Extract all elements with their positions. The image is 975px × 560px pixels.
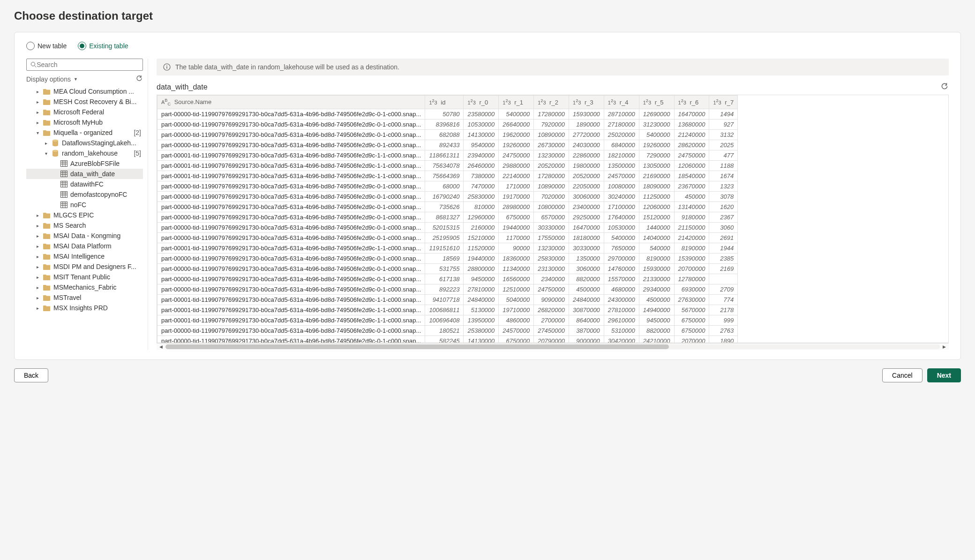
scroll-left-icon[interactable]: ◀: [159, 344, 163, 349]
tree-item-data-with-date[interactable]: data_with_date: [26, 169, 143, 179]
tree-item-dataflowsstaginglakeh[interactable]: ▸DataflowsStagingLakeh...: [26, 138, 143, 148]
caret-down-icon[interactable]: ▾: [35, 130, 40, 135]
caret-right-icon[interactable]: ▸: [35, 306, 40, 311]
tree-item-msai-intelligence[interactable]: ▸MSAI Intelligence: [26, 251, 143, 261]
table-row[interactable]: part-00000-tid-11990797699291730-b0ca7dd…: [158, 140, 738, 150]
caret-right-icon[interactable]: ▸: [35, 275, 40, 280]
tree-item-msmechanics-fabric[interactable]: ▸MSMechanics_Fabric: [26, 282, 143, 292]
table-row[interactable]: part-00000-tid-11990797699291730-b0ca7dd…: [158, 325, 738, 336]
data-table-container[interactable]: ABC Source.Name123 id123 r_0123 r_1123 r…: [157, 95, 949, 343]
tree-item-msai-data-kongming[interactable]: ▸MSAI Data - Kongming: [26, 231, 143, 241]
caret-right-icon[interactable]: ▸: [35, 110, 40, 115]
caret-right-icon[interactable]: ▸: [35, 233, 40, 239]
tree-item-msx-insights-prd[interactable]: ▸MSX Insights PRD: [26, 303, 143, 313]
cancel-button[interactable]: Cancel: [882, 368, 922, 382]
tree-item-azureblobfsfile[interactable]: AzureBlobFSFile: [26, 158, 143, 169]
column-header-r-0[interactable]: 123 r_0: [464, 96, 499, 109]
search-input[interactable]: [37, 61, 139, 68]
scrollbar-track[interactable]: [165, 344, 940, 349]
existing-table-radio[interactable]: Existing table: [78, 42, 128, 50]
table-row[interactable]: part-00000-tid-11990797699291730-b0ca7dd…: [158, 129, 738, 140]
tree-item-mesh-cost-recovery-bi[interactable]: ▸MESH Cost Recovery & Bi...: [26, 97, 143, 107]
caret-right-icon[interactable]: ▸: [35, 223, 40, 228]
tree-item-nofc[interactable]: noFC: [26, 200, 143, 210]
scrollbar-thumb[interactable]: [165, 344, 669, 349]
tree-item-microsoft-federal[interactable]: ▸Microsoft Federal: [26, 107, 143, 117]
table-row[interactable]: part-00000-tid-11990797699291730-b0ca7dd…: [158, 222, 738, 232]
table-row[interactable]: part-00000-tid-11990797699291730-b0ca7dd…: [158, 119, 738, 129]
table-row[interactable]: part-00000-tid-11990797699291730-b0ca7dd…: [158, 191, 738, 202]
table-icon: [60, 160, 68, 167]
tree-item-random-lakehouse[interactable]: ▾random_lakehouse[5]: [26, 148, 143, 158]
caret-right-icon[interactable]: ▸: [43, 141, 49, 146]
table-cell: part-00000-tid-11990797699291730-b0ca7dd…: [158, 263, 425, 274]
column-header-id[interactable]: 123 id: [425, 96, 464, 109]
table-cell: 16560000: [499, 274, 534, 284]
table-cell: 927: [709, 119, 738, 129]
tree-item-datawithfc[interactable]: datawithFC: [26, 179, 143, 189]
tree-item-msit-tenant-public[interactable]: ▸MSIT Tenant Public: [26, 272, 143, 282]
column-header-r-7[interactable]: 123 r_7: [709, 96, 738, 109]
table-row[interactable]: part-00000-tid-11990797699291730-b0ca7dd…: [158, 181, 738, 191]
column-header-r-2[interactable]: 123 r_2: [534, 96, 569, 109]
table-row[interactable]: part-00000-tid-11990797699291730-b0ca7dd…: [158, 202, 738, 212]
caret-right-icon[interactable]: ▸: [35, 254, 40, 259]
caret-down-icon[interactable]: ▾: [43, 151, 49, 156]
table-row[interactable]: part-00001-tid-11990797699291730-b0ca7dd…: [158, 243, 738, 253]
table-cell: 30330000: [534, 222, 569, 232]
back-button[interactable]: Back: [14, 368, 48, 382]
tree-item-miquella-organized[interactable]: ▾Miquella - organized[2]: [26, 127, 143, 138]
table-cell: 1440000: [639, 222, 674, 232]
column-header-r-6[interactable]: 123 r_6: [674, 96, 709, 109]
display-options-dropdown[interactable]: Display options ▼: [26, 75, 78, 83]
folder-icon: [43, 253, 51, 260]
table-row[interactable]: part-00000-tid-11990797699291730-b0ca7dd…: [158, 212, 738, 222]
tree-item-mea-cloud-consumption[interactable]: ▸MEA Cloud Consumption ...: [26, 86, 143, 97]
table-row[interactable]: part-00000-tid-11990797699291730-b0ca7dd…: [158, 232, 738, 243]
new-table-radio[interactable]: New table: [26, 42, 67, 50]
search-box[interactable]: [26, 59, 143, 71]
caret-right-icon[interactable]: ▸: [35, 89, 40, 94]
table-row[interactable]: part-00000-tid-11990797699291730-b0ca7dd…: [158, 263, 738, 274]
table-cell: part-00001-tid-11990797699291730-b0ca7dd…: [158, 243, 425, 253]
tree-item-label: noFC: [70, 201, 143, 209]
caret-right-icon[interactable]: ▸: [35, 99, 40, 105]
table-row[interactable]: part-00001-tid-11990797699291730-b0ca7dd…: [158, 294, 738, 305]
tree-item-microsoft-myhub[interactable]: ▸Microsoft MyHub: [26, 117, 143, 127]
tree-item-msai-data-platform[interactable]: ▸MSAI Data Platform: [26, 241, 143, 251]
caret-right-icon[interactable]: ▸: [35, 285, 40, 290]
table-row[interactable]: part-00000-tid-11990797699291730-b0ca7dd…: [158, 336, 738, 343]
table-row[interactable]: part-00000-tid-11990797699291730-b0ca7dd…: [158, 274, 738, 284]
tree-refresh-button[interactable]: [135, 75, 143, 83]
scroll-right-icon[interactable]: ▶: [943, 344, 946, 349]
table-row[interactable]: part-00001-tid-11990797699291730-b0ca7dd…: [158, 305, 738, 315]
navigator-tree[interactable]: ▸MEA Cloud Consumption ...▸MESH Cost Rec…: [26, 86, 143, 350]
caret-right-icon[interactable]: ▸: [35, 120, 40, 125]
caret-right-icon[interactable]: ▸: [35, 264, 40, 269]
table-row[interactable]: part-00001-tid-11990797699291730-b0ca7dd…: [158, 171, 738, 181]
tree-item-mstravel[interactable]: ▸MSTravel: [26, 292, 143, 303]
table-cell: 3060: [709, 222, 738, 232]
tree-item-demofastcopynofc[interactable]: demofastcopynoFC: [26, 189, 143, 200]
caret-right-icon[interactable]: ▸: [35, 244, 40, 249]
column-header-r-5[interactable]: 123 r_5: [639, 96, 674, 109]
tree-item-msdi-pm-and-designers-f[interactable]: ▸MSDI PM and Designers F...: [26, 261, 143, 272]
table-row[interactable]: part-00000-tid-11990797699291730-b0ca7dd…: [158, 253, 738, 263]
table-row[interactable]: part-00001-tid-11990797699291730-b0ca7dd…: [158, 315, 738, 325]
column-header-r-3[interactable]: 123 r_3: [569, 96, 604, 109]
tree-item-ms-search[interactable]: ▸MS Search: [26, 220, 143, 231]
caret-right-icon[interactable]: ▸: [35, 295, 40, 300]
table-row[interactable]: part-00001-tid-11990797699291730-b0ca7dd…: [158, 150, 738, 160]
next-button[interactable]: Next: [927, 368, 961, 382]
column-header-r-4[interactable]: 123 r_4: [604, 96, 639, 109]
column-header-source-name[interactable]: ABC Source.Name: [158, 96, 425, 109]
table-row[interactable]: part-00000-tid-11990797699291730-b0ca7dd…: [158, 284, 738, 294]
tree-item-mlgcs-epic[interactable]: ▸MLGCS EPIC: [26, 210, 143, 220]
table-row[interactable]: part-00000-tid-11990797699291730-b0ca7dd…: [158, 109, 738, 119]
table-refresh-button[interactable]: [940, 82, 949, 92]
svg-rect-26: [60, 202, 67, 208]
horizontal-scrollbar[interactable]: ◀ ▶: [157, 343, 949, 350]
column-header-r-1[interactable]: 123 r_1: [499, 96, 534, 109]
table-row[interactable]: part-00001-tid-11990797699291730-b0ca7dd…: [158, 160, 738, 171]
caret-right-icon[interactable]: ▸: [35, 213, 40, 218]
